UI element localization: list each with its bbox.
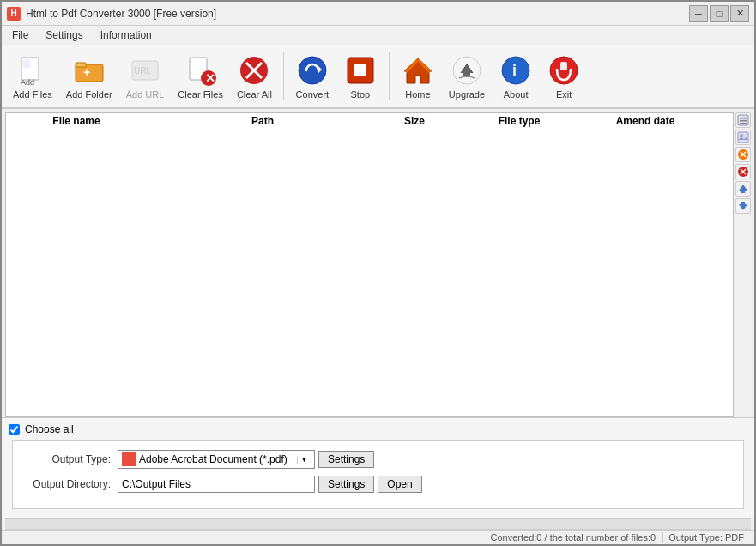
sidebar-image-icon[interactable] — [735, 130, 751, 145]
file-table-area[interactable]: File name Path Size File type Amend date — [5, 112, 734, 417]
about-label: About — [504, 89, 529, 100]
sidebar-remove-red-button[interactable] — [735, 164, 751, 179]
col-header-amenddate: Amend date — [590, 115, 701, 127]
svg-rect-27 — [740, 118, 747, 119]
svg-rect-30 — [738, 132, 748, 143]
home-button[interactable]: Home — [395, 49, 441, 104]
stop-icon — [343, 53, 378, 88]
app-icon: H — [7, 7, 21, 21]
clear-files-label: Clear Files — [178, 89, 223, 100]
convert-icon — [295, 53, 330, 88]
svg-text:Add: Add — [21, 78, 34, 87]
sidebar-move-down-button[interactable] — [735, 198, 751, 214]
svg-text:i: i — [512, 62, 517, 79]
output-type-select[interactable]: Adobe Acrobat Document (*.pdf) ▼ — [118, 450, 315, 469]
svg-rect-41 — [741, 202, 745, 204]
add-folder-icon: + — [72, 53, 106, 88]
stop-button[interactable]: Stop — [337, 49, 384, 104]
exit-label: Exit — [556, 89, 572, 100]
menu-file[interactable]: File — [5, 27, 35, 43]
maximize-button[interactable]: □ — [710, 5, 729, 22]
col-header-size: Size — [380, 115, 449, 127]
add-url-button: URL Add URL — [120, 49, 171, 104]
add-files-button[interactable]: Add Add Files — [7, 49, 58, 104]
output-dir-wrap: Settings Open — [118, 476, 422, 493]
svg-rect-28 — [740, 120, 747, 122]
svg-marker-40 — [739, 204, 747, 210]
main-window: H Html to Pdf Converter 3000 [Free versi… — [0, 0, 756, 546]
menu-settings[interactable]: Settings — [39, 27, 89, 43]
upgrade-icon — [450, 53, 484, 88]
output-type-status: Output Type: PDF — [663, 532, 749, 543]
output-dir-open-button[interactable]: Open — [378, 476, 421, 493]
sidebar-move-up-button[interactable] — [735, 181, 751, 197]
svg-text:URL: URL — [134, 66, 151, 76]
col-header-path: Path — [147, 115, 378, 127]
svg-rect-29 — [740, 123, 747, 124]
svg-point-14 — [299, 57, 326, 84]
add-files-label: Add Files — [13, 89, 52, 100]
converted-status: Converted:0 / the total number of files:… — [7, 532, 663, 543]
clear-all-label: Clear All — [237, 89, 272, 100]
output-dir-settings-button[interactable]: Settings — [318, 476, 374, 493]
progress-bar-area — [5, 518, 751, 530]
svg-point-31 — [740, 134, 743, 137]
output-dir-input[interactable] — [118, 476, 315, 493]
right-sidebar — [735, 109, 751, 214]
home-icon — [401, 53, 435, 88]
add-url-icon: URL — [128, 53, 162, 88]
about-icon: i — [499, 53, 533, 88]
file-table-body — [8, 129, 701, 148]
dropdown-arrow-icon: ▼ — [297, 456, 311, 464]
title-bar-left: H Html to Pdf Converter 3000 [Free versi… — [7, 7, 216, 21]
toolbar: Add Add Files + Add Folder URL — [2, 46, 754, 109]
convert-label: Convert — [296, 89, 330, 100]
svg-marker-38 — [739, 185, 747, 191]
choose-all-row: Choose all — [9, 423, 747, 435]
output-type-row: Output Type: Adobe Acrobat Document (*.p… — [25, 450, 731, 469]
window-title: Html to Pdf Converter 3000 [Free version… — [26, 8, 216, 20]
menu-information[interactable]: Information — [94, 27, 159, 43]
svg-text:✕: ✕ — [205, 71, 215, 85]
minimize-button[interactable]: ─ — [689, 5, 708, 22]
upgrade-label: Upgrade — [449, 89, 485, 100]
title-bar: H Html to Pdf Converter 3000 [Free versi… — [2, 2, 754, 26]
stop-label: Stop — [351, 89, 371, 100]
output-type-settings-button[interactable]: Settings — [318, 451, 374, 468]
svg-text:+: + — [83, 65, 90, 79]
content-area: File name Path Size File type Amend date — [2, 109, 754, 544]
title-bar-controls: ─ □ ✕ — [689, 5, 749, 22]
clear-files-button[interactable]: ✕ Clear Files — [172, 49, 229, 104]
pdf-icon — [122, 452, 136, 466]
convert-button[interactable]: Convert — [289, 49, 336, 104]
svg-rect-39 — [741, 191, 745, 193]
output-dir-row: Output Directory: Settings Open — [25, 476, 731, 493]
col-header-filename: File name — [8, 115, 145, 127]
exit-button[interactable]: Exit — [541, 49, 587, 104]
svg-rect-1 — [23, 59, 30, 68]
add-folder-button[interactable]: + Add Folder — [60, 49, 118, 104]
output-type-label: Output Type: — [25, 453, 111, 465]
about-button[interactable]: i About — [493, 49, 539, 104]
bottom-area: Choose all Output Type: Adobe Acrobat Do… — [2, 417, 754, 518]
sidebar-scroll-icon[interactable] — [735, 112, 751, 128]
upgrade-button[interactable]: Upgrade — [443, 49, 491, 104]
clear-all-button[interactable]: Clear All — [231, 49, 278, 104]
svg-rect-17 — [354, 64, 366, 76]
choose-all-label[interactable]: Choose all — [25, 423, 74, 435]
svg-rect-25 — [560, 62, 567, 70]
clear-all-icon — [237, 53, 271, 88]
table-header-row: File name Path Size File type Amend date — [8, 115, 701, 127]
add-url-label: Add URL — [126, 89, 165, 100]
choose-all-checkbox[interactable] — [9, 424, 20, 435]
sidebar-remove-orange-button[interactable] — [735, 147, 751, 162]
clear-files-icon: ✕ — [184, 53, 218, 88]
col-header-filetype: File type — [451, 115, 588, 127]
status-bar: Converted:0 / the total number of files:… — [2, 530, 754, 544]
add-files-icon: Add — [15, 53, 50, 88]
settings-panel: Output Type: Adobe Acrobat Document (*.p… — [12, 440, 744, 509]
close-button[interactable]: ✕ — [730, 5, 749, 22]
home-label: Home — [405, 89, 430, 100]
add-folder-label: Add Folder — [66, 89, 112, 100]
toolbar-separator-1 — [283, 52, 284, 100]
